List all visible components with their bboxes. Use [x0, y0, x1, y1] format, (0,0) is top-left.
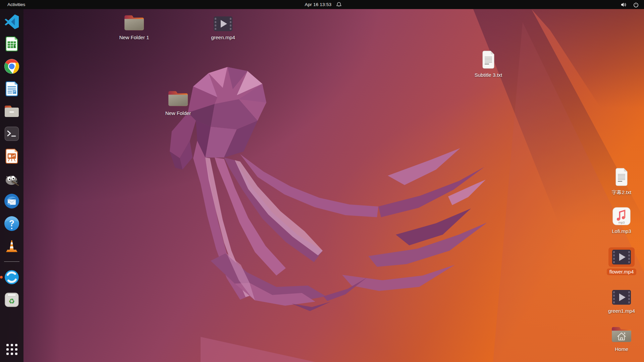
- dock-item-files[interactable]: [4, 103, 20, 119]
- desktop-icon-lofi-mp3[interactable]: mp3Lofi.mp3: [601, 206, 642, 234]
- desktop-icon-字幕2-txt[interactable]: 字幕2.txt: [601, 167, 642, 195]
- desktop-icon-new-folder[interactable]: New Folder: [158, 88, 198, 116]
- dock-item-libreoffice-impress[interactable]: [4, 148, 20, 164]
- vlc-icon: [4, 239, 19, 253]
- power-icon[interactable]: [633, 2, 639, 7]
- svg-text:?: ?: [9, 218, 14, 228]
- gimp-icon: [4, 171, 19, 186]
- activities-button[interactable]: Activities: [0, 0, 33, 9]
- desktop-icon-home[interactable]: Home: [601, 324, 642, 352]
- icon-box: [481, 50, 495, 70]
- app-grid-icon: [6, 344, 17, 355]
- files-icon: [4, 105, 19, 118]
- icon-box: [612, 286, 631, 306]
- dock-item-trash[interactable]: ♻: [4, 292, 20, 308]
- libreoffice-writer-icon: [4, 81, 19, 97]
- desktop-icon-new-folder-1[interactable]: New Folder 1: [114, 12, 154, 41]
- desktop-icon-label: green1.mp4: [608, 308, 635, 314]
- dock-separator: [4, 261, 19, 262]
- desktop-icon-label: Subtitle 3.txt: [475, 72, 502, 78]
- running-indicator-dot: [0, 276, 3, 279]
- textdoc-icon: [481, 50, 495, 70]
- chrome-icon: [4, 59, 19, 74]
- dock-item-vlc[interactable]: [4, 238, 20, 254]
- folder-home-icon: [611, 326, 632, 345]
- terminal-icon: [4, 126, 19, 141]
- icon-box: [124, 12, 145, 33]
- dock-item-vscode[interactable]: [4, 13, 20, 29]
- help-icon: ?: [4, 216, 20, 232]
- trash-icon: ♻: [4, 292, 19, 308]
- desktop-icon-green-mp4[interactable]: green.mp4: [203, 12, 243, 41]
- wallpaper[interactable]: [0, 0, 644, 362]
- libreoffice-impress-icon: [4, 148, 19, 164]
- video-icon: [608, 247, 635, 267]
- vscode-icon: [4, 14, 19, 29]
- icon-box: mp3: [612, 206, 631, 227]
- dock-item-software-updater[interactable]: [4, 269, 20, 285]
- desktop-icon-label: New Folder: [165, 110, 191, 116]
- textdoc-icon: [614, 168, 629, 188]
- icon-box: [213, 12, 233, 33]
- svg-text:mp3: mp3: [619, 221, 625, 224]
- video-icon: [213, 16, 233, 33]
- dock-item-help[interactable]: ?: [4, 216, 20, 232]
- dock: ? ♻: [0, 9, 23, 362]
- desktop-icon-label: Home: [615, 346, 628, 352]
- thunderbird-icon: [4, 193, 20, 209]
- icon-box: [611, 324, 632, 345]
- libreoffice-calc-icon: [4, 36, 19, 52]
- dock-item-libreoffice-writer[interactable]: [4, 81, 20, 97]
- clock-label: Apr 16 13:53: [305, 2, 331, 7]
- volume-icon[interactable]: [621, 2, 627, 7]
- video-icon: [612, 290, 631, 306]
- dock-item-chrome[interactable]: [4, 58, 20, 74]
- desktop-icon-label: flower.mp4: [607, 268, 637, 275]
- folder-icon: [168, 90, 189, 109]
- desktop-icon-green1-mp4[interactable]: green1.mp4: [601, 286, 642, 314]
- svg-text:♻: ♻: [9, 297, 15, 305]
- music-icon: mp3: [612, 207, 631, 227]
- bell-icon: [336, 2, 341, 7]
- dock-item-thunderbird[interactable]: [4, 193, 20, 209]
- desktop-icon-label: Lofi.mp3: [612, 228, 631, 234]
- folder-icon: [124, 14, 145, 33]
- ubuntu-desktop: Activities Apr 16 13:53: [0, 0, 644, 362]
- desktop-icon-flower-mp4[interactable]: flower.mp4: [601, 246, 642, 275]
- icon-box: [168, 88, 189, 109]
- dock-item-libreoffice-calc[interactable]: [4, 36, 20, 52]
- icon-box: [614, 167, 629, 188]
- top-bar: Activities Apr 16 13:53: [0, 0, 644, 9]
- show-apps-button[interactable]: [4, 341, 20, 357]
- icon-box: [608, 246, 635, 267]
- dock-item-gimp[interactable]: [4, 171, 20, 187]
- desktop-icon-label: New Folder 1: [119, 35, 149, 41]
- desktop-icon-label: green.mp4: [211, 35, 235, 41]
- desktop-icon-subtitle-3-txt[interactable]: Subtitle 3.txt: [468, 50, 508, 78]
- desktop-icon-label: 字幕2.txt: [612, 189, 631, 195]
- clock-button[interactable]: Apr 16 13:53: [305, 0, 341, 9]
- dock-item-terminal[interactable]: [4, 126, 20, 142]
- software-updater-icon: [4, 269, 19, 285]
